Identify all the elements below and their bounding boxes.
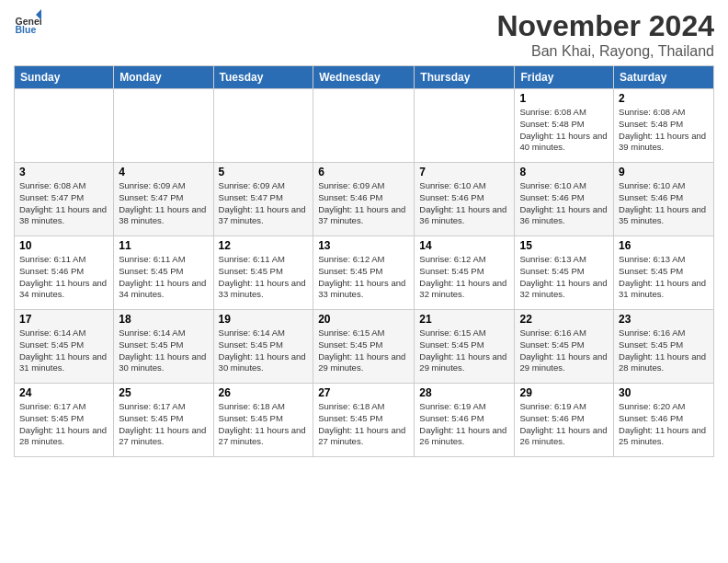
location-title: Ban Khai, Rayong, Thailand [496, 43, 714, 60]
day-number-3-4: 21 [419, 313, 509, 326]
col-monday: Monday [114, 66, 213, 89]
day-info-1-4: Sunrise: 6:10 AM Sunset: 5:46 PM Dayligh… [419, 180, 509, 227]
day-cell-2-4: 14Sunrise: 6:12 AM Sunset: 5:45 PM Dayli… [415, 236, 515, 310]
calendar: Sunday Monday Tuesday Wednesday Thursday… [14, 65, 714, 457]
header-row: Sunday Monday Tuesday Wednesday Thursday… [15, 66, 714, 89]
day-cell-2-1: 11Sunrise: 6:11 AM Sunset: 5:45 PM Dayli… [114, 236, 213, 310]
day-info-0-6: Sunrise: 6:08 AM Sunset: 5:48 PM Dayligh… [619, 107, 709, 154]
day-number-2-1: 11 [119, 239, 208, 252]
logo: General Blue [14, 9, 41, 37]
day-cell-3-2: 19Sunrise: 6:14 AM Sunset: 5:45 PM Dayli… [213, 310, 313, 384]
day-info-4-3: Sunrise: 6:18 AM Sunset: 5:45 PM Dayligh… [318, 401, 409, 448]
day-number-4-4: 28 [419, 386, 509, 399]
day-cell-1-4: 7Sunrise: 6:10 AM Sunset: 5:46 PM Daylig… [415, 163, 515, 236]
day-cell-1-0: 3Sunrise: 6:08 AM Sunset: 5:47 PM Daylig… [15, 163, 114, 236]
day-cell-3-5: 22Sunrise: 6:16 AM Sunset: 5:45 PM Dayli… [515, 310, 614, 384]
col-tuesday: Tuesday [213, 66, 313, 89]
day-number-1-2: 5 [219, 166, 309, 178]
day-info-1-5: Sunrise: 6:10 AM Sunset: 5:46 PM Dayligh… [519, 180, 609, 227]
day-number-3-2: 19 [219, 313, 309, 326]
day-cell-4-0: 24Sunrise: 6:17 AM Sunset: 5:45 PM Dayli… [15, 384, 114, 457]
day-info-2-1: Sunrise: 6:11 AM Sunset: 5:45 PM Dayligh… [119, 254, 208, 301]
day-cell-1-1: 4Sunrise: 6:09 AM Sunset: 5:47 PM Daylig… [114, 163, 213, 236]
day-number-3-0: 17 [19, 313, 108, 326]
week-row-4: 24Sunrise: 6:17 AM Sunset: 5:45 PM Dayli… [15, 384, 714, 457]
month-title: November 2024 [496, 9, 714, 43]
day-cell-0-6: 2Sunrise: 6:08 AM Sunset: 5:48 PM Daylig… [614, 89, 714, 163]
day-number-4-6: 30 [619, 386, 709, 399]
day-number-4-2: 26 [219, 386, 309, 399]
day-cell-2-5: 15Sunrise: 6:13 AM Sunset: 5:45 PM Dayli… [515, 236, 614, 310]
day-number-1-1: 4 [119, 166, 208, 178]
day-info-3-0: Sunrise: 6:14 AM Sunset: 5:45 PM Dayligh… [19, 327, 108, 374]
day-number-3-6: 23 [619, 313, 709, 326]
day-cell-1-5: 8Sunrise: 6:10 AM Sunset: 5:46 PM Daylig… [515, 163, 614, 236]
day-cell-2-3: 13Sunrise: 6:12 AM Sunset: 5:45 PM Dayli… [313, 236, 415, 310]
day-cell-4-5: 29Sunrise: 6:19 AM Sunset: 5:46 PM Dayli… [515, 384, 614, 457]
day-cell-3-1: 18Sunrise: 6:14 AM Sunset: 5:45 PM Dayli… [114, 310, 213, 384]
day-info-3-4: Sunrise: 6:15 AM Sunset: 5:45 PM Dayligh… [419, 327, 509, 374]
day-cell-1-2: 5Sunrise: 6:09 AM Sunset: 5:47 PM Daylig… [213, 163, 313, 236]
day-cell-3-0: 17Sunrise: 6:14 AM Sunset: 5:45 PM Dayli… [15, 310, 114, 384]
day-cell-3-6: 23Sunrise: 6:16 AM Sunset: 5:45 PM Dayli… [614, 310, 714, 384]
day-cell-2-6: 16Sunrise: 6:13 AM Sunset: 5:45 PM Dayli… [614, 236, 714, 310]
day-cell-0-4 [415, 89, 515, 163]
day-number-2-4: 14 [419, 239, 509, 252]
day-cell-4-6: 30Sunrise: 6:20 AM Sunset: 5:46 PM Dayli… [614, 384, 714, 457]
day-cell-1-3: 6Sunrise: 6:09 AM Sunset: 5:46 PM Daylig… [313, 163, 415, 236]
col-friday: Friday [515, 66, 614, 89]
day-info-1-1: Sunrise: 6:09 AM Sunset: 5:47 PM Dayligh… [119, 180, 208, 227]
day-info-1-3: Sunrise: 6:09 AM Sunset: 5:46 PM Dayligh… [318, 180, 409, 227]
day-number-2-2: 12 [219, 239, 309, 252]
week-row-3: 17Sunrise: 6:14 AM Sunset: 5:45 PM Dayli… [15, 310, 714, 384]
day-info-3-3: Sunrise: 6:15 AM Sunset: 5:45 PM Dayligh… [318, 327, 409, 374]
day-number-1-6: 9 [619, 166, 709, 178]
day-number-3-1: 18 [119, 313, 208, 326]
day-number-0-5: 1 [519, 92, 609, 105]
day-number-2-6: 16 [619, 239, 709, 252]
day-cell-4-2: 26Sunrise: 6:18 AM Sunset: 5:45 PM Dayli… [213, 384, 313, 457]
week-row-1: 3Sunrise: 6:08 AM Sunset: 5:47 PM Daylig… [15, 163, 714, 236]
header: General Blue November 2024 Ban Khai, Ray… [14, 9, 714, 60]
day-number-2-0: 10 [19, 239, 108, 252]
day-number-2-5: 15 [519, 239, 609, 252]
day-info-0-5: Sunrise: 6:08 AM Sunset: 5:48 PM Dayligh… [519, 107, 609, 154]
week-row-0: 1Sunrise: 6:08 AM Sunset: 5:48 PM Daylig… [15, 89, 714, 163]
day-info-2-6: Sunrise: 6:13 AM Sunset: 5:45 PM Dayligh… [619, 254, 709, 301]
day-info-2-3: Sunrise: 6:12 AM Sunset: 5:45 PM Dayligh… [318, 254, 409, 301]
day-cell-0-0 [15, 89, 114, 163]
day-cell-2-2: 12Sunrise: 6:11 AM Sunset: 5:45 PM Dayli… [213, 236, 313, 310]
day-number-3-3: 20 [318, 313, 409, 326]
day-cell-0-3 [313, 89, 415, 163]
day-number-1-0: 3 [19, 166, 108, 178]
day-number-1-3: 6 [318, 166, 409, 178]
day-info-3-1: Sunrise: 6:14 AM Sunset: 5:45 PM Dayligh… [119, 327, 208, 374]
day-number-1-5: 8 [519, 166, 609, 178]
day-number-3-5: 22 [519, 313, 609, 326]
col-thursday: Thursday [415, 66, 515, 89]
day-info-1-0: Sunrise: 6:08 AM Sunset: 5:47 PM Dayligh… [19, 180, 108, 227]
day-info-4-4: Sunrise: 6:19 AM Sunset: 5:46 PM Dayligh… [419, 401, 509, 448]
day-info-4-0: Sunrise: 6:17 AM Sunset: 5:45 PM Dayligh… [19, 401, 108, 448]
title-area: November 2024 Ban Khai, Rayong, Thailand [496, 9, 714, 60]
day-info-2-4: Sunrise: 6:12 AM Sunset: 5:45 PM Dayligh… [419, 254, 509, 301]
day-info-1-6: Sunrise: 6:10 AM Sunset: 5:46 PM Dayligh… [619, 180, 709, 227]
day-cell-0-1 [114, 89, 213, 163]
svg-text:Blue: Blue [16, 24, 37, 35]
day-info-2-2: Sunrise: 6:11 AM Sunset: 5:45 PM Dayligh… [219, 254, 309, 301]
day-number-4-0: 24 [19, 386, 108, 399]
day-info-3-2: Sunrise: 6:14 AM Sunset: 5:45 PM Dayligh… [219, 327, 309, 374]
day-cell-3-4: 21Sunrise: 6:15 AM Sunset: 5:45 PM Dayli… [415, 310, 515, 384]
day-cell-2-0: 10Sunrise: 6:11 AM Sunset: 5:46 PM Dayli… [15, 236, 114, 310]
day-cell-0-5: 1Sunrise: 6:08 AM Sunset: 5:48 PM Daylig… [515, 89, 614, 163]
day-cell-0-2 [213, 89, 313, 163]
day-info-4-1: Sunrise: 6:17 AM Sunset: 5:45 PM Dayligh… [119, 401, 208, 448]
day-info-4-5: Sunrise: 6:19 AM Sunset: 5:46 PM Dayligh… [519, 401, 609, 448]
day-number-2-3: 13 [318, 239, 409, 252]
day-number-1-4: 7 [419, 166, 509, 178]
day-number-4-5: 29 [519, 386, 609, 399]
day-info-3-5: Sunrise: 6:16 AM Sunset: 5:45 PM Dayligh… [519, 327, 609, 374]
col-wednesday: Wednesday [313, 66, 415, 89]
day-info-3-6: Sunrise: 6:16 AM Sunset: 5:45 PM Dayligh… [619, 327, 709, 374]
day-info-2-5: Sunrise: 6:13 AM Sunset: 5:45 PM Dayligh… [519, 254, 609, 301]
